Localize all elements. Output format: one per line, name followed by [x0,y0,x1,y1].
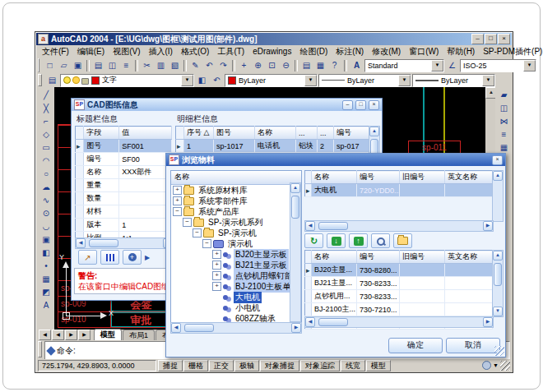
status-toggle[interactable]: 线宽 [341,360,365,371]
status-toggle[interactable]: 模型 [366,360,391,371]
zoom-previous-button[interactable]: ⊖ [279,59,293,71]
resize-grip[interactable] [500,361,510,371]
toolbar-grip[interactable] [38,58,39,72]
tree-item[interactable]: +BJ-2100主板单点 [171,281,301,292]
top-table-hscrollbar[interactable]: ◀ ▶ [304,220,494,232]
scroll-thumb[interactable] [291,196,299,219]
column-header[interactable]: 字段 [84,127,119,140]
scroll-left-icon[interactable]: ◀ [76,238,86,248]
tree-item[interactable]: +BJ20主显示板 [171,249,301,260]
scroll-thumb[interactable] [494,263,502,286]
chevron-down-icon[interactable]: ▼ [431,60,443,71]
scroll-left-icon[interactable]: ◀ [305,221,315,231]
color-combo[interactable]: ByLayer ▼ [225,74,318,87]
tree-item[interactable]: 小电机 [171,302,301,313]
column-header[interactable]: 值 [119,127,172,140]
close-button[interactable]: × [498,34,510,44]
status-toggle[interactable]: 极轴 [234,360,259,371]
tree-item[interactable]: 大电机 [171,292,301,302]
tree-item[interactable]: +系统零部件库 [171,196,301,206]
table-row[interactable]: BJ21主显...730-8233... [305,277,493,290]
revision-cloud-button[interactable]: ☁ [39,181,53,194]
tree-item[interactable]: +BJ21主显示板 [171,260,301,270]
text-style-combo[interactable]: Standard ▼ [364,59,444,72]
menu-item[interactable]: 文件(F) [38,45,73,58]
dialog-close-button[interactable]: × [492,155,503,165]
table-row[interactable]: ▸图号SF001 [76,140,172,153]
chevron-down-icon[interactable]: ▼ [304,75,317,86]
bottom-table-hscrollbar[interactable]: ◀ ▶ [304,316,494,328]
export-button[interactable]: ↗ [78,250,97,265]
column-header[interactable]: ... [318,127,334,140]
menu-item[interactable]: SP-PDM插件(P) [479,45,543,58]
table-row[interactable]: 点钞机用...730-8233... [305,290,493,303]
status-toggle[interactable]: 正交 [209,360,234,371]
menu-item[interactable]: 标注(N) [332,45,368,58]
dialog-minimize-button[interactable]: – [342,100,353,110]
cancel-button[interactable]: 取消 [446,338,500,353]
open-button[interactable]: ▱ [57,59,71,71]
ellipse-arc-button[interactable]: ◡ [39,220,53,233]
collapse-icon[interactable]: − [202,239,211,248]
expand-icon[interactable]: + [173,186,182,195]
collapse-icon[interactable]: − [183,218,192,227]
scroll-thumb[interactable] [89,239,118,247]
zoom-window-button[interactable]: ⊡ [265,59,279,71]
dialog-maximize-button[interactable]: □ [355,100,366,110]
save-button[interactable]: ▣ [71,59,85,71]
pan-realtime-button[interactable]: + [237,59,251,71]
offset-button[interactable]: ≡ [497,128,512,141]
menu-item[interactable]: 工具(T) [213,45,248,58]
ellipse-button[interactable]: ⊙ [39,207,53,220]
polyline-button[interactable]: ⌐ [39,115,53,128]
scroll-up-icon[interactable]: ▲ [369,127,379,136]
menu-item[interactable]: 编辑(E) [73,45,109,58]
chevron-down-icon[interactable]: ▼ [482,75,494,86]
collapse-icon[interactable]: − [193,228,202,238]
expand-icon[interactable]: + [212,282,221,291]
line-button[interactable]: ╱ [39,89,53,102]
tree-item[interactable]: +点钞机用螺钉部件 [171,270,301,281]
top-table-vscrollbar[interactable]: ▲ [492,170,504,222]
hatch-button[interactable]: ▦ [39,273,53,286]
barcode-button[interactable] [100,250,119,265]
column-header[interactable]: 旧编号 [400,251,445,264]
publish-button[interactable]: ≡ [119,59,133,71]
construction-line-button[interactable]: ╳ [39,102,53,115]
menu-item[interactable]: 修改(M) [368,45,405,58]
fields-hscrollbar[interactable]: ◀ ▶ [75,238,174,249]
status-menu-arrow-icon[interactable]: ▼ [493,362,499,368]
circle-button[interactable]: ○ [39,168,53,181]
designcenter-button[interactable]: ▦ [313,59,327,71]
table-row[interactable]: ▸1sp-1017电话机铝块2sp-017 [176,140,369,153]
text-button[interactable]: A [39,299,53,312]
chevron-down-icon[interactable]: ▼ [523,60,536,71]
bottom-table-vscrollbar[interactable]: ▲ ▼ [492,250,504,317]
rectangle-button[interactable]: ▭ [39,141,53,154]
layer-previous-button[interactable]: ↶ [210,74,224,86]
scroll-right-icon[interactable]: ▶ [483,317,493,327]
paste-button[interactable]: ▧ [168,59,182,71]
table-row[interactable]: ▸大电机720-YDD0... [305,184,493,197]
dim-style-combo[interactable]: ISO-25 ▼ [460,59,536,72]
zoom-realtime-button[interactable]: ⊕ [251,59,265,71]
layers-dialog-button[interactable]: ▤ [45,74,59,86]
tab-model[interactable]: 模型 [94,329,122,340]
tree-item[interactable]: −系统产品库 [171,206,301,217]
maximize-button[interactable]: □ [485,34,497,44]
menu-item[interactable]: 视图(V) [109,45,144,58]
column-header[interactable]: 图号 [214,127,255,140]
status-toggle[interactable]: 对象捕捉 [260,360,299,371]
tree-item[interactable]: −SP-演示机 [171,228,301,238]
menu-item[interactable]: 绘图(D) [295,45,332,58]
scroll-down-icon[interactable]: ▼ [493,307,503,316]
plot-preview-button[interactable]: ◫ [105,59,119,71]
copy-button[interactable]: ▥ [154,59,168,71]
table-row[interactable]: 版本1 [76,219,172,232]
add-settings-button[interactable]: + [123,250,142,265]
make-object-layer-button[interactable]: ◧ [195,74,209,86]
lineweight-combo[interactable]: ByLayer ▼ [412,74,495,87]
copy-object-button[interactable]: ◫ [497,102,512,115]
table-row[interactable]: ▸BJ20主显...730-8280... [305,264,493,277]
tab-prev-button[interactable]: ◀ [52,330,64,340]
